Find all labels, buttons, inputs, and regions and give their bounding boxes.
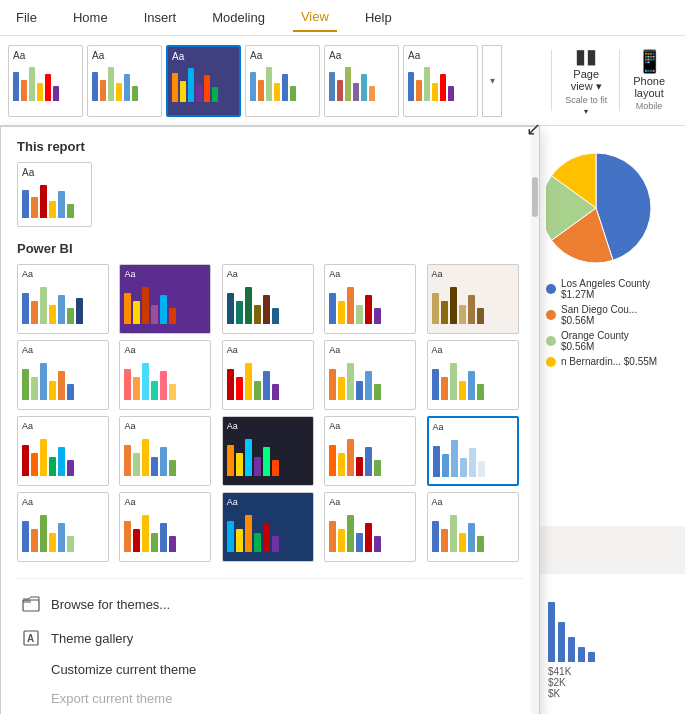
menu-help[interactable]: Help (357, 4, 400, 31)
legend-dot (546, 284, 556, 294)
menu-home[interactable]: Home (65, 4, 116, 31)
bar-labels: $41K $2K $K (548, 666, 677, 699)
menu-item-gallery[interactable]: ATheme gallery (17, 621, 523, 655)
menu-item-customize[interactable]: Customize current theme (17, 655, 523, 684)
powerbi-theme-2[interactable]: Aa (119, 264, 211, 334)
phone-icon: 📱 (636, 51, 663, 73)
powerbi-theme-3[interactable]: Aa (222, 264, 314, 334)
ribbon-theme-5[interactable]: Aa (324, 45, 399, 117)
menu-item-label-gallery: Theme gallery (51, 631, 133, 646)
powerbi-theme-14[interactable]: Aa (324, 416, 416, 486)
legend-item: n Bernardin... $0.55M (546, 356, 679, 367)
menu-item-label-export: Export current theme (51, 691, 172, 706)
powerbi-theme-10[interactable]: Aa (427, 340, 519, 410)
svg-rect-1 (23, 600, 31, 603)
page-view-button[interactable]: ▮▮ Page view ▾ Scale to fit (552, 42, 619, 119)
legend-label: Orange County $0.56M (561, 330, 629, 352)
phone-layout-label: Phone layout (633, 75, 665, 99)
bar-label-1: $41K (548, 666, 677, 677)
legend-dot (546, 310, 556, 320)
ribbon-theme-3[interactable]: Aa (166, 45, 241, 117)
menu-item-export: Export current theme (17, 684, 523, 713)
ribbon-theme-6[interactable]: Aa (403, 45, 478, 117)
legend-item: San Diego Cou... $0.56M (546, 304, 679, 326)
menu-icon-gallery: A (21, 628, 41, 648)
legend-dot (546, 336, 556, 346)
menu-item-label-browse: Browse for themes... (51, 597, 170, 612)
menubar: File Home Insert Modeling View Help (0, 0, 685, 36)
powerbi-theme-18[interactable]: Aa (222, 492, 314, 562)
powerbi-theme-20[interactable]: Aa (427, 492, 519, 562)
ribbon: AaAaAaAaAaAa ▾ ▮▮ Page view ▾ Scale to f… (0, 36, 685, 126)
powerbi-theme-12[interactable]: Aa (119, 416, 211, 486)
this-report-theme[interactable]: Aa (17, 162, 92, 227)
menu-icon-browse (21, 594, 41, 614)
legend-item: Orange County $0.56M (546, 330, 679, 352)
powerbi-theme-15[interactable]: Aa (427, 416, 519, 486)
powerbi-theme-11[interactable]: Aa (17, 416, 109, 486)
bar-label-3: $K (548, 688, 677, 699)
bottom-chart: $41K $2K $K (540, 574, 685, 714)
ribbon-theme-4[interactable]: Aa (245, 45, 320, 117)
bar-chart-mini (548, 582, 677, 662)
ribbon-theme-1[interactable]: Aa (8, 45, 83, 117)
theme-dropdown: This report Aa Power BI AaAaAaAaAaAaAaAa… (0, 126, 540, 714)
ribbon-right: ▮▮ Page view ▾ Scale to fit 📱 Phone layo… (551, 42, 677, 119)
legend-label: Los Angeles County $1.27M (561, 278, 650, 300)
powerbi-themes-grid: AaAaAaAaAaAaAaAaAaAaAaAaAaAaAaAaAaAaAaAa (17, 264, 523, 562)
powerbi-theme-7[interactable]: Aa (119, 340, 211, 410)
menu-view[interactable]: View (293, 3, 337, 32)
theme-scroll-area: AaAaAaAaAaAa (8, 45, 478, 117)
bar2 (558, 622, 565, 662)
menu-file[interactable]: File (8, 4, 45, 31)
menu-item-browse[interactable]: Browse for themes... (17, 587, 523, 621)
bar-label-2: $2K (548, 677, 677, 688)
this-report-title: This report (17, 139, 523, 154)
powerbi-theme-8[interactable]: Aa (222, 340, 314, 410)
powerbi-theme-19[interactable]: Aa (324, 492, 416, 562)
menu-insert[interactable]: Insert (136, 4, 185, 31)
menu-item-label-customize: Customize current theme (51, 662, 196, 677)
bar4 (578, 647, 585, 662)
this-report-grid: Aa (17, 162, 523, 227)
powerbi-title: Power BI (17, 241, 523, 256)
mobile-label: Mobile (636, 101, 663, 111)
ribbon-theme-2[interactable]: Aa (87, 45, 162, 117)
legend-label: n Bernardin... $0.55M (561, 356, 657, 367)
page-view-icon: ▮▮ (575, 46, 597, 66)
powerbi-theme-4[interactable]: Aa (324, 264, 416, 334)
bar5 (588, 652, 595, 662)
bar3 (568, 637, 575, 662)
legend-label: San Diego Cou... $0.56M (561, 304, 637, 326)
powerbi-theme-9[interactable]: Aa (324, 340, 416, 410)
powerbi-theme-16[interactable]: Aa (17, 492, 109, 562)
scale-to-fit-label: Scale to fit (565, 95, 607, 105)
legend-item: Los Angeles County $1.27M (546, 278, 679, 300)
dropdown-scrollbar[interactable] (531, 127, 539, 714)
svg-text:A: A (27, 633, 34, 644)
powerbi-theme-1[interactable]: Aa (17, 264, 109, 334)
powerbi-theme-13[interactable]: Aa (222, 416, 314, 486)
page-view-label: Page view ▾ (571, 68, 602, 93)
chart-area: Los Angeles County $1.27MSan Diego Cou..… (540, 126, 685, 526)
powerbi-theme-6[interactable]: Aa (17, 340, 109, 410)
powerbi-theme-17[interactable]: Aa (119, 492, 211, 562)
dropdown-menu-items: Browse for themes...ATheme galleryCustom… (17, 578, 523, 714)
legend-dot (546, 357, 556, 367)
bar1 (548, 602, 555, 662)
scroll-down-arrow[interactable]: ▾ (482, 45, 502, 117)
phone-layout-button[interactable]: 📱 Phone layout Mobile (620, 42, 677, 119)
scrollbar-thumb (532, 177, 538, 217)
menu-modeling[interactable]: Modeling (204, 4, 273, 31)
powerbi-theme-5[interactable]: Aa (427, 264, 519, 334)
